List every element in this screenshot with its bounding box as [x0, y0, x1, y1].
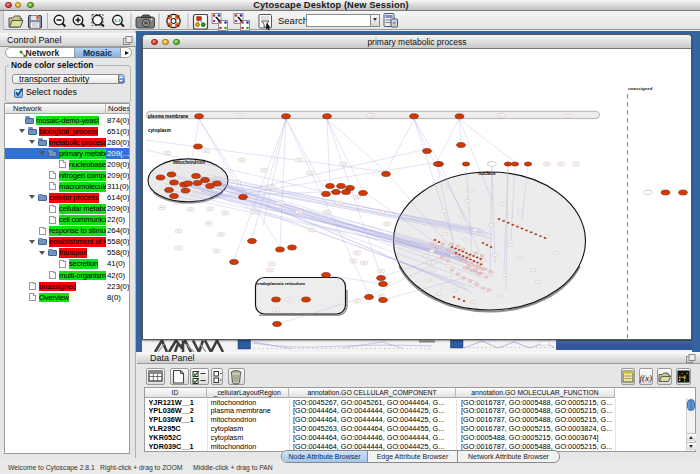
svg-text:unassigned: unassigned: [628, 86, 653, 91]
svg-text:mitochondrion: mitochondrion: [173, 160, 205, 165]
svg-text:endoplasmic reticulum: endoplasmic reticulum: [257, 281, 305, 286]
svg-text:1:1: 1:1: [114, 18, 121, 23]
svg-text:plasma membrane: plasma membrane: [148, 114, 189, 119]
svg-text:cytoplasm: cytoplasm: [148, 128, 171, 133]
